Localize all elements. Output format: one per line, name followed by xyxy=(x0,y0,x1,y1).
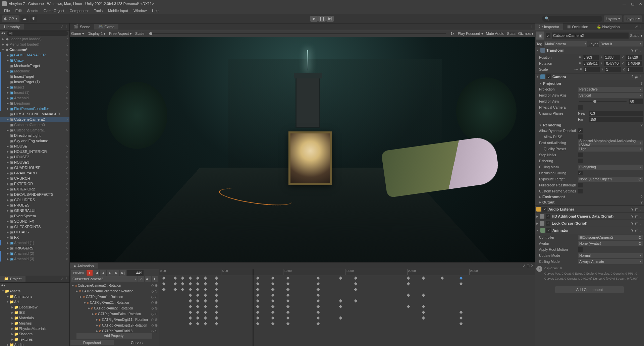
hierarchy-item[interactable]: ▶▣GUARDHOUSE> xyxy=(0,165,69,170)
services-button[interactable]: ✱ xyxy=(30,15,37,22)
minimize-icon[interactable]: — xyxy=(623,2,626,6)
animation-track[interactable]: ▶ ⋔ CATRigRArmDigit12• Rotation◇ ⊖ xyxy=(70,323,159,328)
hierarchy-item[interactable]: ▣MechanicTarget xyxy=(0,63,69,68)
project-item[interactable]: ▶📁PhysicsMaterials xyxy=(0,326,69,331)
gameobject-icon[interactable]: ▣ xyxy=(536,32,544,40)
animation-track[interactable]: ▶ ⋔ CATRigRArmCollarbone : Rotation◇ ⊖ xyxy=(70,288,159,294)
animator-header[interactable]: ▼ Animator ?⇄⋮ xyxy=(535,227,644,234)
animation-tab[interactable]: ● Animation xyxy=(70,263,98,269)
hierarchy-item[interactable]: ▶▣HOUSE> xyxy=(0,143,69,149)
game-dropdown[interactable]: Game ▾ xyxy=(71,32,84,36)
animation-track[interactable]: ▶ ⋔ CATRigRArm1 : Rotation◇ ⊖ xyxy=(70,294,159,300)
fov-field[interactable] xyxy=(629,99,643,104)
hierarchy-item[interactable]: ▶▣Mechanic> xyxy=(0,68,69,74)
maximize-icon[interactable]: ▢ xyxy=(631,2,634,6)
hierarchy-item[interactable]: ▶▣GENERALUI> xyxy=(0,208,69,213)
physical-camera-checkbox[interactable] xyxy=(578,105,583,110)
keyframe-options-icon[interactable]: ◇ xyxy=(138,276,144,282)
prev-frame-button[interactable]: ◀ xyxy=(100,270,106,276)
hierarchy-item[interactable]: ▶▣Insect> xyxy=(0,84,69,90)
hierarchy-item[interactable]: ▣InsectTarget (1) xyxy=(0,79,69,84)
menu-gameobject[interactable]: GameObject xyxy=(41,8,67,13)
menu-assets[interactable]: Assets xyxy=(24,8,41,13)
scl-x[interactable] xyxy=(584,67,600,72)
animator-enabled-checkbox[interactable] xyxy=(546,228,551,233)
panel-menu-icon[interactable]: ⤢ ⋮ xyxy=(635,24,644,29)
panel-menu-icon[interactable]: ⋮ xyxy=(530,24,535,29)
hierarchy-item[interactable]: ▶▣CutsceneCamera1> xyxy=(0,127,69,133)
hierarchy-item[interactable]: ▣EventSystem xyxy=(0,213,69,219)
next-frame-button[interactable]: ▶ xyxy=(113,270,119,276)
pos-z[interactable] xyxy=(626,55,642,60)
stats-toggle[interactable]: Stats xyxy=(507,32,516,36)
hierarchy-item[interactable]: ▶▣GRAVEYARD> xyxy=(0,170,69,176)
hierarchy-search[interactable] xyxy=(7,31,68,36)
preview-button[interactable]: Preview xyxy=(71,270,86,276)
preset-icon[interactable]: ⇄ xyxy=(635,48,638,53)
hierarchy-item[interactable]: ▶▣SOUND_FX> xyxy=(0,219,69,224)
animation-track[interactable]: ▶ ⋔ CutsceneCamera2 : Rotation◇ ⊖ xyxy=(70,283,159,288)
global-search[interactable]: 🔍 xyxy=(542,16,602,22)
dlss-checkbox[interactable] xyxy=(578,134,583,139)
camera-header[interactable]: ▼ Camera ?⇄⋮ xyxy=(535,73,644,80)
gameobject-name-field[interactable] xyxy=(552,33,629,39)
rot-z[interactable] xyxy=(626,61,642,66)
hierarchy-item[interactable]: ▼◆Cutscene*: xyxy=(0,47,69,52)
dopesheet-area[interactable]: 0:005:0010:0015:0020:0025:00 xyxy=(159,269,535,346)
project-item[interactable]: ▼📁Art xyxy=(0,299,69,304)
occlusion-tab[interactable]: ▦ Occlusion xyxy=(563,24,592,30)
static-dropdown[interactable]: Static xyxy=(630,34,639,38)
menu-mobileinput[interactable]: Mobile Input xyxy=(105,8,131,13)
play-anim-button[interactable]: ▶ xyxy=(107,270,113,276)
stopnan-checkbox[interactable] xyxy=(578,153,583,157)
scl-z[interactable] xyxy=(627,67,643,72)
animation-track[interactable]: ▶ ⋔ CATRigRArmDigit13◇ ⊖ xyxy=(70,328,159,332)
hierarchy-item[interactable]: ▶▣TRIGGERS> xyxy=(0,245,69,251)
fov-axis-dropdown[interactable]: Vertical xyxy=(578,93,643,98)
lock-cursor-header[interactable]: ▶ Lock Cursor (Script) ?⇄⋮ xyxy=(535,220,644,227)
dopesheet-tab[interactable]: Dopesheet xyxy=(70,340,114,345)
pause-button[interactable]: ❚❚ xyxy=(318,16,326,22)
play-button[interactable]: ▶ xyxy=(310,16,318,22)
menu-file[interactable]: File xyxy=(1,8,13,13)
near-field[interactable] xyxy=(589,111,643,116)
scene-tab[interactable]: 🎬 Scene xyxy=(70,24,94,30)
animation-track[interactable]: ▶ ⋔ CATRigRArmPalm : Rotation◇ ⊖ xyxy=(70,311,159,317)
step-button[interactable]: ▶| xyxy=(326,16,334,22)
project-item[interactable]: ▶📁Textures xyxy=(0,337,69,342)
panel-menu-icon[interactable]: ⤢ ⋮ xyxy=(60,277,69,281)
hierarchy-item[interactable]: ▶▣Crazy> xyxy=(0,58,69,63)
hierarchy-item[interactable]: ▶▣HOUSE3> xyxy=(0,160,69,165)
hierarchy-item[interactable]: ▶▣FirstPersonController> xyxy=(0,106,69,111)
controller-field[interactable]: ▦ CutsceneCamera2 xyxy=(578,235,643,240)
link-icon[interactable]: ⚯ xyxy=(575,67,578,72)
transform-header[interactable]: ▼ Transform ?⇄⋮ xyxy=(535,47,644,54)
update-mode-dropdown[interactable]: Normal xyxy=(578,253,643,258)
close-icon[interactable]: ✕ xyxy=(639,2,642,6)
project-item[interactable]: ▶📁Animations xyxy=(0,294,69,299)
layers-dropdown[interactable]: Layers ▾ xyxy=(604,15,622,22)
hierarchy-item[interactable]: ▶▣EXTERIOR2> xyxy=(0,186,69,192)
hierarchy-item[interactable]: ▶▣Deadman> xyxy=(0,101,69,106)
add-event-icon[interactable]: ⬇ xyxy=(152,276,158,282)
play-focused-dropdown[interactable]: Play Focused ▾ xyxy=(458,32,483,36)
hd-camera-data-header[interactable]: ▶ HD Additional Camera Data (Script) ?⇄⋮ xyxy=(535,213,644,220)
hierarchy-item[interactable]: ▶▣PROBES> xyxy=(0,203,69,208)
layout-dropdown[interactable]: Layout ▾ xyxy=(624,15,642,22)
gizmos-dropdown[interactable]: Gizmos ▾ xyxy=(518,32,534,36)
tag-dropdown[interactable]: MainCamera xyxy=(544,41,587,47)
project-item[interactable]: ▶📁Meshes xyxy=(0,321,69,326)
help-icon[interactable]: ? xyxy=(631,75,633,79)
hierarchy-item[interactable]: ▣CutsceneCamera0 xyxy=(0,122,69,127)
menu-component[interactable]: Component xyxy=(67,8,91,13)
navigation-tab[interactable]: ⛳ Navigation xyxy=(592,24,624,30)
fullpass-checkbox[interactable] xyxy=(578,183,583,187)
menu-tools[interactable]: Tools xyxy=(91,8,105,13)
hierarchy-item[interactable]: ▣Sky and Fog Volume xyxy=(0,138,69,143)
lockcursor-enabled-checkbox[interactable] xyxy=(546,221,550,226)
hierarchy-item[interactable]: ▶▣EXTERIOR> xyxy=(0,181,69,186)
hierarchy-item[interactable]: ▶◆Loader (not loaded): xyxy=(0,36,69,42)
hierarchy-item[interactable]: ▣Directional Light xyxy=(0,133,69,138)
display-dropdown[interactable]: Display 1 ▾ xyxy=(88,32,106,36)
hierarchy-item[interactable]: ▶▣HOUSE2> xyxy=(0,154,69,160)
